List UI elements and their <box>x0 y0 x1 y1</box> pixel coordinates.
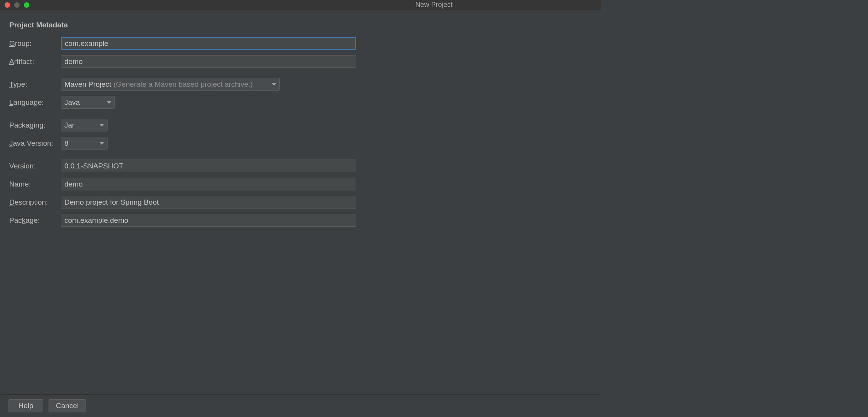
minimize-icon[interactable] <box>14 2 20 8</box>
label-version: Version: <box>9 162 61 170</box>
name-input[interactable] <box>61 178 356 190</box>
help-button[interactable]: Help <box>8 399 43 412</box>
chevron-down-icon <box>99 124 104 126</box>
chevron-down-icon <box>107 101 111 104</box>
type-select-hint: (Generate a Maven based project archive.… <box>113 80 252 89</box>
label-type: Type: <box>9 80 61 89</box>
label-group: Group: <box>9 39 61 48</box>
packaging-select-value: Jar <box>64 121 74 129</box>
cancel-button[interactable]: Cancel <box>49 399 86 412</box>
language-select[interactable]: Java <box>61 96 115 109</box>
label-description: Description: <box>9 198 61 207</box>
close-icon[interactable] <box>5 2 10 8</box>
java-version-select-value: 8 <box>64 139 69 148</box>
group-input[interactable] <box>61 37 356 50</box>
zoom-icon[interactable] <box>24 2 29 8</box>
chevron-down-icon <box>99 142 104 145</box>
package-input[interactable] <box>61 214 356 227</box>
label-packaging: Packaging: <box>9 121 61 129</box>
right-empty-pane <box>601 0 868 417</box>
packaging-select[interactable]: Jar <box>61 119 108 131</box>
label-package: Package: <box>9 216 61 225</box>
type-select[interactable]: Maven Project (Generate a Maven based pr… <box>61 78 280 91</box>
language-select-value: Java <box>64 98 80 107</box>
java-version-select[interactable]: 8 <box>61 137 108 150</box>
label-language: Language: <box>9 98 61 107</box>
traffic-lights <box>0 2 29 8</box>
label-name: Name: <box>9 180 61 188</box>
description-input[interactable] <box>61 196 356 208</box>
type-select-value: Maven Project <box>64 80 111 89</box>
artifact-input[interactable] <box>61 55 356 68</box>
chevron-down-icon <box>272 83 276 86</box>
label-java-version: Java Version: <box>9 139 61 148</box>
version-input[interactable] <box>61 160 356 172</box>
label-artifact: Artifact: <box>9 57 61 66</box>
